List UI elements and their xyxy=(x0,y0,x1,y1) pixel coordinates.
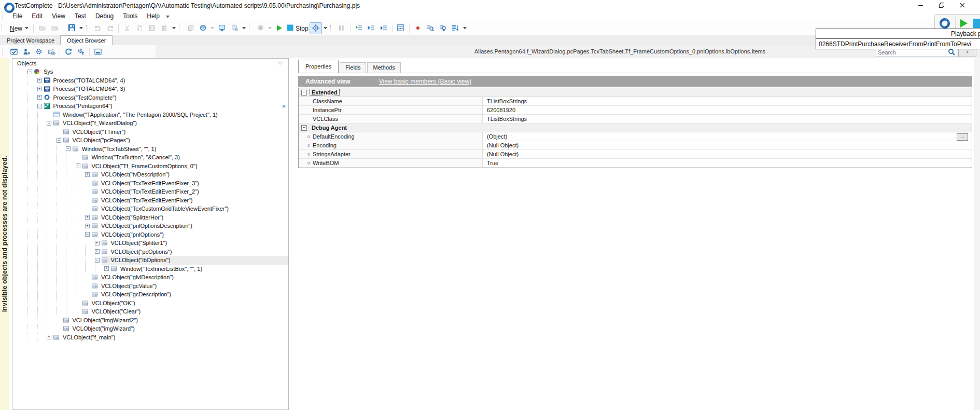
expand-icon[interactable]: + xyxy=(47,335,51,339)
evaluate-button[interactable] xyxy=(395,22,407,34)
tab-project-workspace[interactable]: Project Workspace xyxy=(1,36,60,45)
find-x-button[interactable] xyxy=(437,22,449,34)
delete-button[interactable] xyxy=(158,22,171,34)
user-gear-button[interactable] xyxy=(20,46,33,58)
collapse-icon[interactable]: − xyxy=(47,121,51,126)
tree-item[interactable]: −Sys xyxy=(12,67,288,76)
tree-item[interactable]: +VCLObject("f_main") xyxy=(12,333,288,342)
tree-item[interactable]: −VCLObject("f_WizardDialog") xyxy=(12,119,288,128)
tree-item[interactable]: +Process("TestComplete") xyxy=(12,93,288,102)
tree-item[interactable]: −VCLObject("Tf_FrameCustomOptions_0") xyxy=(12,162,288,171)
tree-item[interactable]: +VCLObject("tvDescription") xyxy=(12,170,288,179)
paste-button[interactable] xyxy=(146,22,158,34)
collapse-icon[interactable]: − xyxy=(57,138,61,143)
menubar-options-icon[interactable] xyxy=(166,13,170,19)
expand-icon[interactable]: + xyxy=(37,78,42,83)
globe-gear-button[interactable] xyxy=(197,22,209,34)
record-button[interactable] xyxy=(254,22,267,34)
copy-button[interactable] xyxy=(133,22,146,34)
tree-item[interactable]: Window("TApplication", "The Pentagon 200… xyxy=(12,111,288,119)
tab-methods[interactable]: Methods xyxy=(367,62,400,73)
tree-item[interactable]: VCLObject("TTimer") xyxy=(12,128,288,136)
property-value-cell[interactable]: TListBoxStrings xyxy=(483,115,972,123)
pause-button[interactable] xyxy=(335,22,348,34)
tree-item[interactable]: −VCLObject("lbOptions") xyxy=(12,256,288,265)
undo-button[interactable] xyxy=(91,22,104,34)
window-check-button[interactable] xyxy=(8,46,20,58)
find-button[interactable] xyxy=(424,22,437,34)
menu-debug[interactable]: Debug xyxy=(91,11,118,21)
expand-icon[interactable]: + xyxy=(104,266,109,271)
menu-file[interactable]: File xyxy=(8,11,27,21)
property-row[interactable]: Encoding(Null Object) xyxy=(299,141,972,150)
tree-item[interactable]: −VCLObject("pcPages") xyxy=(12,136,288,145)
tab-fields[interactable]: Fields xyxy=(340,62,366,73)
property-row[interactable]: InstancePtr620081920 xyxy=(299,106,972,115)
monitor-button[interactable] xyxy=(216,22,228,34)
dropdown-caret-icon[interactable] xyxy=(461,26,468,31)
expand-icon[interactable]: + xyxy=(37,95,42,100)
tree-item[interactable]: VCLObject("glvlDescription") xyxy=(12,273,288,282)
new-button[interactable]: New xyxy=(7,22,31,34)
dropdown-caret-icon[interactable] xyxy=(171,26,177,31)
property-row[interactable]: ClassNameTListBoxStrings xyxy=(299,97,972,106)
menu-help[interactable]: Help xyxy=(142,11,164,21)
run-to-cursor-button[interactable] xyxy=(377,22,390,34)
tree-item[interactable]: VCLObject("gcDescription") xyxy=(12,290,288,299)
tree-item[interactable]: +Process("TOTALCMD64", 4) xyxy=(12,76,288,85)
filter-icon[interactable]: ▽ xyxy=(278,60,282,65)
cube-eye-button[interactable] xyxy=(45,46,58,58)
resume-playback-button[interactable] xyxy=(959,18,969,30)
tree-item[interactable]: VCLObject("TcxTextEditEventFixer") xyxy=(12,196,288,205)
tree-item[interactable]: VCLObject("imgWizard2") xyxy=(12,316,288,325)
step-over-button[interactable] xyxy=(365,22,377,34)
menu-view[interactable]: View xyxy=(47,11,70,21)
property-value-cell[interactable]: (Object) xyxy=(483,132,972,141)
menu-tools[interactable]: Tools xyxy=(118,11,142,21)
tree-item[interactable]: VCLObject("imgWizard") xyxy=(12,324,288,333)
dropdown-caret-icon[interactable] xyxy=(78,26,85,31)
tree-item[interactable]: +VCLObject("pnlOptionsDescription") xyxy=(12,222,288,230)
tree-item[interactable]: VCLObject("OK") xyxy=(12,299,288,308)
property-group-row[interactable]: −Extended xyxy=(299,88,972,97)
tree-item[interactable]: +VCLObject("Splitter1") xyxy=(12,239,288,248)
database-gear-button[interactable] xyxy=(228,22,241,34)
step-into-button[interactable] xyxy=(353,22,365,34)
menu-test[interactable]: Test xyxy=(70,11,91,21)
close-folder-button[interactable] xyxy=(48,22,61,34)
search-input[interactable] xyxy=(878,49,948,56)
property-value-cell[interactable]: True xyxy=(483,159,972,167)
collapse-icon[interactable]: − xyxy=(95,258,100,263)
collapse-icon[interactable]: − xyxy=(27,70,32,74)
tree-item[interactable]: +Process("TOTALCMD64", 3) xyxy=(12,85,288,93)
property-group-row[interactable]: −Debug Agent xyxy=(299,124,972,132)
expand-icon[interactable]: + xyxy=(95,241,100,245)
dropdown-caret-icon[interactable] xyxy=(241,26,247,31)
right-scroll-strip[interactable] xyxy=(974,58,980,410)
property-row[interactable]: DefaultEncoding(Object)... xyxy=(299,132,972,141)
property-row[interactable]: WriteBOMTrue xyxy=(299,159,972,168)
tree-item[interactable]: VCLObject("TcxTextEditEventFixer_2") xyxy=(12,187,288,196)
play-button[interactable] xyxy=(273,22,286,34)
stop-button[interactable]: Stop xyxy=(286,22,310,34)
basic-view-link[interactable]: View basic members (Basic view) xyxy=(379,78,472,85)
tree-item[interactable]: Window("TcxButton", "&Cancel", 3) xyxy=(12,153,288,162)
property-value-cell[interactable]: (Null Object) xyxy=(483,150,972,158)
tree-item[interactable]: VCLObject("Clear") xyxy=(12,307,288,316)
ellipsis-button[interactable]: ... xyxy=(957,133,968,141)
expand-icon[interactable]: + xyxy=(85,215,90,220)
expand-icon[interactable]: + xyxy=(95,249,100,254)
save-button[interactable] xyxy=(65,22,78,34)
tree-item[interactable]: VCLObject("TcxTextEditEventFixer_3") xyxy=(12,179,288,188)
property-value-cell[interactable]: 620081920 xyxy=(483,106,972,114)
redo-button[interactable] xyxy=(104,22,116,34)
dropdown-caret-icon[interactable] xyxy=(209,26,216,31)
restore-button[interactable] xyxy=(931,0,952,11)
tree-item[interactable]: VCLObject("gcValue") xyxy=(12,282,288,291)
cut-button[interactable] xyxy=(121,22,133,34)
tree-item[interactable]: +Window("TcxInnerListBox", "", 1) xyxy=(12,265,288,274)
dropdown-caret-icon[interactable] xyxy=(267,26,273,31)
expand-icon[interactable]: + xyxy=(37,87,42,91)
open-folder-button[interactable] xyxy=(36,22,48,34)
tree-item[interactable]: −Window("TcxTabSheet", "", 1) xyxy=(12,145,288,154)
